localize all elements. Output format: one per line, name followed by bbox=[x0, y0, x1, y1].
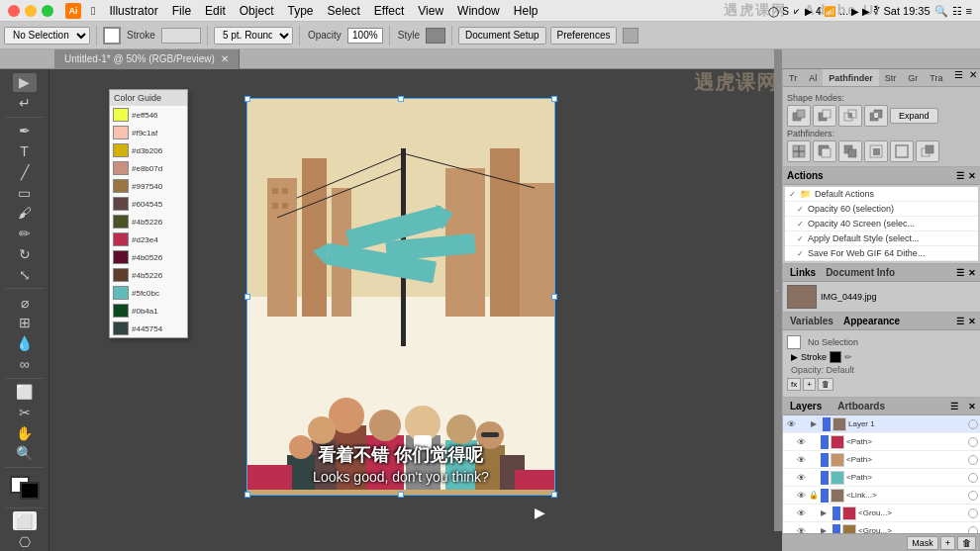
blend-tool[interactable]: ∞ bbox=[13, 355, 37, 374]
menu-help[interactable]: Help bbox=[508, 2, 544, 20]
pathfinder-close-icon[interactable]: ✕ bbox=[966, 69, 980, 86]
actions-menu-icon[interactable]: ☰ bbox=[956, 171, 964, 181]
zoom-tool[interactable]: 🔍 bbox=[13, 444, 37, 463]
pf-tab-al[interactable]: Al bbox=[803, 69, 823, 86]
stroke-color-preview[interactable] bbox=[161, 28, 201, 44]
menu-type[interactable]: Type bbox=[281, 2, 319, 20]
expand-button[interactable]: Expand bbox=[890, 108, 938, 124]
swatch-4[interactable] bbox=[113, 161, 129, 175]
trim-btn[interactable] bbox=[813, 140, 836, 162]
layer-group-1[interactable]: 👁 ▶ <Grou...> bbox=[783, 505, 980, 522]
swatch-11[interactable] bbox=[113, 286, 129, 300]
swatch-10[interactable] bbox=[113, 268, 129, 282]
hand-tool[interactable]: ✋ bbox=[13, 423, 37, 442]
unite-btn[interactable] bbox=[787, 105, 811, 127]
swatch-1[interactable] bbox=[113, 108, 129, 122]
scale-tool[interactable]: ⤡ bbox=[13, 265, 37, 284]
layer-link[interactable]: 👁 🔒 <Link...> bbox=[783, 487, 980, 505]
delete-layer-btn[interactable]: 🗑 bbox=[957, 536, 976, 550]
add-effect-btn[interactable]: fx bbox=[787, 378, 801, 391]
close-button[interactable] bbox=[8, 5, 20, 17]
eye-icon-g1[interactable]: 👁 bbox=[795, 507, 807, 519]
action-item-3[interactable]: ✓ Apply Default Style (select... bbox=[785, 231, 978, 246]
expand-g2[interactable]: ▶ bbox=[821, 526, 831, 533]
layer-path-1[interactable]: 👁 <Path> bbox=[783, 433, 980, 451]
document-tab[interactable]: Untitled-1* @ 50% (RGB/Preview) ✕ bbox=[54, 49, 240, 69]
stroke-color[interactable] bbox=[20, 482, 40, 500]
edit-stroke-icon[interactable]: ✏ bbox=[844, 352, 852, 362]
swatch-7[interactable] bbox=[113, 215, 129, 229]
menu-file[interactable]: File bbox=[166, 2, 197, 20]
artboards-tab[interactable]: Artboards bbox=[834, 401, 888, 412]
eye-icon-lk[interactable]: 👁 bbox=[795, 490, 807, 502]
pf-tab-tr[interactable]: Tr bbox=[783, 69, 803, 86]
layer-target-p2[interactable] bbox=[968, 455, 978, 465]
pathfinder-menu-icon[interactable]: ☰ bbox=[951, 69, 966, 86]
menu-object[interactable]: Object bbox=[234, 2, 280, 20]
type-tool[interactable]: T bbox=[13, 141, 37, 160]
layer-group-2[interactable]: 👁 ▶ <Grou...> bbox=[783, 522, 980, 533]
normal-mode[interactable]: ⬜ bbox=[13, 511, 37, 530]
layers-tab[interactable]: Layers bbox=[787, 401, 825, 412]
action-item-2[interactable]: ✓ Opacity 40 Screen (selec... bbox=[785, 217, 978, 231]
paintbrush-tool[interactable]: 🖌 bbox=[13, 204, 37, 223]
eyedropper-tool[interactable]: 💧 bbox=[13, 334, 37, 353]
pf-tab-gr[interactable]: Gr bbox=[902, 69, 924, 86]
eye-icon-g2[interactable]: 👁 bbox=[795, 525, 807, 534]
menu-extras[interactable]: ≡ bbox=[966, 5, 972, 17]
add-fill-btn[interactable]: + bbox=[803, 378, 816, 391]
expand-g1[interactable]: ▶ bbox=[821, 508, 831, 517]
pen-tool[interactable]: ✒ bbox=[13, 122, 37, 140]
links-tab[interactable]: Links bbox=[787, 267, 819, 278]
style-preview[interactable] bbox=[426, 28, 445, 44]
stroke-weight-dropdown[interactable]: 5 pt. Round bbox=[214, 27, 293, 45]
layer-target-lk[interactable] bbox=[968, 491, 978, 501]
pf-tab-tra[interactable]: Tra bbox=[924, 69, 948, 86]
pf-tab-pathfinder[interactable]: Pathfinder bbox=[823, 69, 879, 86]
pf-tab-str[interactable]: Str bbox=[879, 69, 903, 86]
trash-btn[interactable]: 🗑 bbox=[818, 378, 833, 391]
outline-btn[interactable] bbox=[890, 140, 914, 162]
layer-target-p3[interactable] bbox=[968, 473, 978, 483]
make-mask-btn[interactable]: Mask bbox=[907, 536, 938, 550]
menu-apple[interactable]:  bbox=[85, 2, 101, 20]
warp-tool[interactable]: ⌀ bbox=[13, 293, 37, 312]
tab-close-icon[interactable]: ✕ bbox=[221, 53, 229, 64]
layer-target-g2[interactable] bbox=[968, 526, 978, 534]
swatch-12[interactable] bbox=[113, 304, 129, 318]
layer-target-l1[interactable] bbox=[968, 419, 978, 429]
direct-selection-tool[interactable]: ↵ bbox=[13, 94, 37, 113]
eye-icon-p1[interactable]: 👁 bbox=[795, 436, 807, 448]
appearance-close-icon[interactable]: ✕ bbox=[968, 317, 976, 326]
variables-tab[interactable]: Variables bbox=[787, 316, 836, 326]
swatch-2[interactable] bbox=[113, 126, 129, 139]
menu-select[interactable]: Select bbox=[321, 2, 365, 20]
selection-tool[interactable]: ▶ bbox=[13, 73, 37, 92]
divide-btn[interactable] bbox=[787, 140, 811, 162]
actions-folder[interactable]: ✓ 📁 Default Actions bbox=[785, 187, 978, 202]
shape-builder-tool[interactable]: ⊞ bbox=[13, 314, 37, 332]
minus-back-btn[interactable] bbox=[916, 140, 939, 162]
canvas-area[interactable]: Color Guide #eff546 #f9c1af #d3b206 #e8b… bbox=[49, 69, 782, 551]
notification-icon[interactable]: ☷ bbox=[952, 5, 962, 18]
opacity-input[interactable] bbox=[347, 28, 383, 44]
minus-front-btn[interactable] bbox=[813, 105, 836, 127]
layer-path-3[interactable]: 👁 <Path> bbox=[783, 469, 980, 487]
layers-menu-icon[interactable]: ☰ bbox=[950, 402, 958, 412]
toolbar-extra[interactable] bbox=[623, 28, 638, 44]
appearance-menu-icon[interactable]: ☰ bbox=[956, 317, 964, 326]
menu-edit[interactable]: Edit bbox=[199, 2, 232, 20]
links-menu-icon[interactable]: ☰ bbox=[956, 268, 964, 278]
layer-target-p1[interactable] bbox=[968, 437, 978, 447]
selection-dropdown[interactable]: No Selection bbox=[4, 27, 90, 45]
preferences-button[interactable]: Preferences bbox=[550, 27, 618, 45]
doc-info-tab[interactable]: Document Info bbox=[823, 267, 898, 278]
action-item-4[interactable]: ✓ Save For Web GIF 64 Dithe... bbox=[785, 246, 978, 261]
swatch-8[interactable] bbox=[113, 232, 129, 246]
swatch-5[interactable] bbox=[113, 179, 129, 193]
draw-mode[interactable]: ⎔ bbox=[13, 532, 37, 551]
menu-window[interactable]: Window bbox=[451, 2, 506, 20]
document-setup-button[interactable]: Document Setup bbox=[458, 27, 546, 45]
layer-target-g1[interactable] bbox=[968, 508, 978, 518]
menu-effect[interactable]: Effect bbox=[368, 2, 410, 20]
